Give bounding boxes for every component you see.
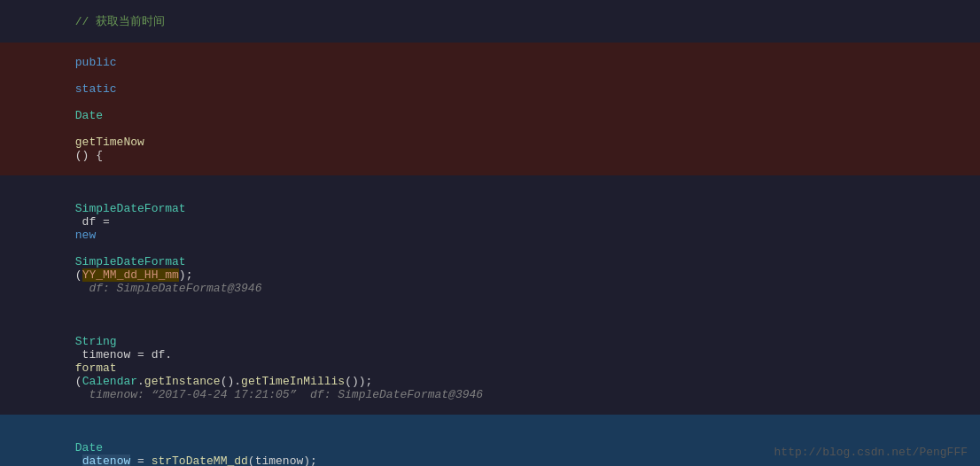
space: df = — [75, 215, 117, 229]
keyword-new: new — [75, 229, 96, 242]
paren2: (). — [221, 375, 241, 388]
dot: . — [137, 375, 144, 388]
code-editor: // 获取当前时间 public static Date getTimeNow … — [0, 0, 980, 466]
keyword-public: public — [75, 56, 117, 69]
watermark: http://blog.csdn.net/PengFFF — [774, 446, 968, 459]
indent — [75, 189, 103, 202]
line-content: String timenow = df. format (Calendar.ge… — [27, 308, 980, 415]
type-date2: Date — [75, 441, 103, 454]
space — [75, 242, 82, 255]
type-sdf: SimpleDateFormat — [75, 202, 186, 215]
paren: (timenow); — [248, 454, 317, 466]
type-string: String — [75, 335, 117, 348]
method-format: format — [75, 361, 117, 375]
type-calendar: Calendar — [82, 375, 137, 388]
space — [75, 69, 82, 82]
space — [75, 96, 82, 109]
line-content: // 获取当前时间 — [27, 0, 980, 43]
type-date: Date — [75, 109, 103, 122]
paren3: ()); — [345, 375, 372, 388]
method-get: getInstance — [144, 375, 221, 388]
space — [75, 122, 82, 136]
line-content: SimpleDateFormat df = new SimpleDateForm… — [27, 175, 980, 308]
code-line: public static Date getTimeNow () { — [0, 43, 980, 175]
type-sdf2: SimpleDateFormat — [75, 255, 186, 268]
indent — [75, 322, 103, 335]
string-format: YY_MM_dd_HH_mm — [82, 268, 179, 282]
line-content: public static Date getTimeNow () { — [27, 43, 980, 175]
comment-text: // 获取当前时间 — [75, 15, 165, 28]
method-name: getTimeNow — [75, 136, 144, 149]
indent — [75, 428, 103, 441]
var-datenow: datenow — [82, 454, 131, 466]
keyword-static: static — [75, 82, 117, 96]
code-line: // 获取当前时间 — [0, 0, 980, 43]
debug-timenow: timenow: “2017-04-24 17:21:05” df: Simpl… — [75, 388, 483, 401]
paren2: ); — [179, 268, 193, 282]
paren: () { — [75, 149, 103, 162]
paren: ( — [75, 268, 82, 282]
code-line: SimpleDateFormat df = new SimpleDateForm… — [0, 175, 980, 308]
assign: = — [130, 454, 151, 466]
space — [75, 454, 82, 466]
code-line: String timenow = df. format (Calendar.ge… — [0, 308, 980, 415]
paren: ( — [75, 375, 82, 388]
method-str: strToDateMM_dd — [152, 454, 248, 466]
debug-info: df: SimpleDateFormat@3946 — [75, 282, 262, 295]
space: timenow = df. — [75, 348, 172, 361]
method-millis: getTimeInMillis — [241, 375, 345, 388]
